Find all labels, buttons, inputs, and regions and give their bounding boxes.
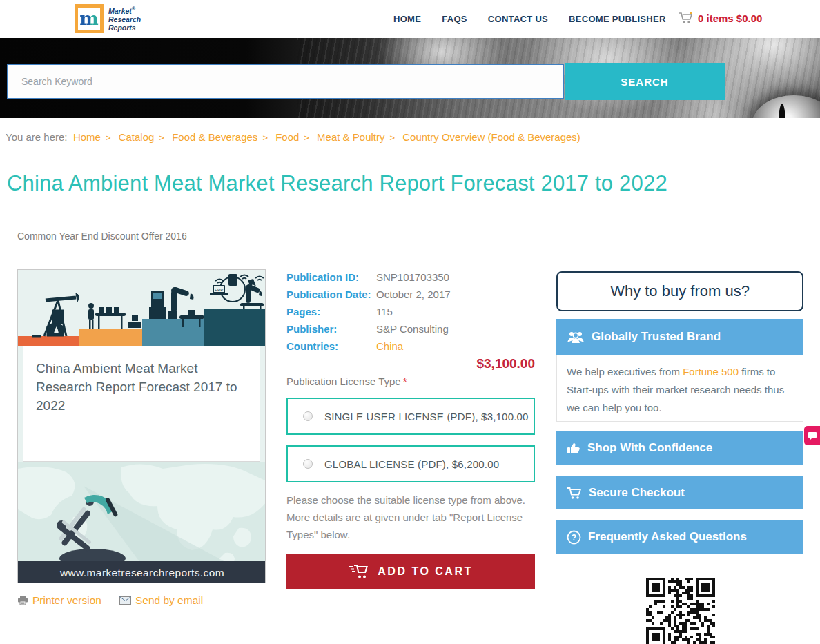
license-option-global[interactable]: GLOBAL LICENSE (PDF), $6,200.00 [286,445,535,482]
detail-label: Pages: [286,306,376,318]
logo-mark-icon: m [75,4,104,33]
detail-label: Publisher: [286,323,376,335]
search-input[interactable] [7,64,564,99]
send-by-email-link[interactable]: Send by email [119,594,203,607]
detail-row-countries: Countries: China [286,340,535,352]
detail-row-pages: Pages: 115 [286,306,535,318]
license-note: Please choose the suitable license type … [286,491,536,543]
nav-faqs[interactable]: FAQS [442,14,467,24]
fortune-500-link[interactable]: Fortune 500 [683,366,739,378]
nav-home[interactable]: HOME [393,14,421,24]
license-type-label: Publication License Type* [286,375,407,387]
breadcrumb-food[interactable]: Food [275,131,299,143]
sidebar-globally-trusted-brand[interactable]: Globally Trusted Brand [556,319,803,355]
why-to-buy-box: Why to buy from us? [556,271,803,311]
cart-count-text: 0 items $0.00 [698,12,762,24]
logo-line2: Research [108,15,141,23]
detail-value: SNP101703350 [376,271,449,283]
title-divider [7,215,814,215]
required-asterisk: * [403,375,407,387]
secure-cart-icon [567,487,582,500]
breadcrumb-separator: > [389,133,395,143]
price: $3,100.00 [286,356,535,371]
qr-code [645,576,716,644]
svg-text:?: ? [572,533,576,543]
trusted-text-before: We help executives from [567,366,683,378]
sidebar-item-label: Globally Trusted Brand [592,330,721,344]
trusted-brand-text: We help executives from Fortune 500 firm… [556,355,803,422]
email-icon [119,596,131,605]
sidebar-shop-with-confidence[interactable]: Shop With Confidence [556,431,803,465]
breadcrumb-separator: > [106,133,111,143]
cover-title-panel: China Ambient Meat Market Research Repor… [23,346,260,462]
cart-status[interactable]: 0 items $0.00 [679,12,762,24]
detail-row-publication-id: Publication ID: SNP101703350 [286,271,535,283]
sidebar-secure-checkout[interactable]: Secure Checkout [556,476,803,509]
printer-icon [17,596,28,605]
question-circle-icon: ? [567,530,581,545]
brand-logo[interactable]: m Market® Research Reports [75,4,141,33]
detail-label: Countries: [286,340,376,352]
page-title: China Ambient Meat Market Research Repor… [7,171,801,196]
detail-value: 115 [376,306,393,318]
logo-line1: Market [108,7,132,15]
chat-widget-tab[interactable] [804,426,820,445]
main-nav: HOME FAQS CONTACT US BECOME PUBLISHER [393,14,666,24]
cover-website-bar: www.marketresearchreports.com [18,561,266,583]
printer-version-link[interactable]: Printer version [17,594,101,607]
add-to-cart-label: ADD TO CART [378,565,472,578]
cart-icon [679,12,694,24]
breadcrumb-separator: > [304,133,309,143]
breadcrumb-prefix: You are here: [6,131,68,143]
logo-wordmark: Market® Research Reports [108,6,141,32]
svg-text:ERP: ERP [215,288,223,292]
nav-contact-us[interactable]: CONTACT US [488,14,548,24]
search-button[interactable]: SEARCH [565,63,725,100]
license-option-single-user[interactable]: SINGLE USER LICENSE (PDF), $3,100.00 [286,398,535,435]
radio-single-user[interactable] [303,411,313,421]
nav-become-publisher[interactable]: BECOME PUBLISHER [569,14,666,24]
discount-offer-text: Common Year End Discount Offer 2016 [17,231,187,242]
breadcrumb: You are here: Home> Catalog> Food & Beve… [6,131,580,143]
page: m Market® Research Reports HOME FAQS CON… [0,0,820,644]
license-option-label: SINGLE USER LICENSE (PDF), $3,100.00 [324,411,529,422]
detail-row-publisher: Publisher: S&P Consulting [286,323,535,335]
breadcrumb-country-overview[interactable]: Country Overview (Food & Beverages) [402,131,580,143]
radio-global[interactable] [303,459,313,469]
cover-title-text: China Ambient Meat Market Research Repor… [36,360,247,416]
detail-value: S&P Consulting [376,323,449,335]
breadcrumb-catalog[interactable]: Catalog [119,131,155,143]
cover-lamp-illustration: www.marketresearchreports.com [18,462,266,583]
registered-mark: ® [132,6,135,11]
license-option-label: GLOBAL LICENSE (PDF), $6,200.00 [324,458,499,470]
quick-links: Printer version Send by email [17,594,203,607]
breadcrumb-separator: > [262,133,268,143]
detail-row-publication-date: Publication Date: October 2, 2017 [286,289,535,300]
license-label-text: Publication License Type [286,375,401,387]
add-to-cart-button[interactable]: ADD TO CART [286,554,535,589]
logo-line3: Reports [108,23,141,32]
publication-details: Publication ID: SNP101703350 Publication… [286,271,535,358]
why-to-buy-label: Why to buy from us? [610,282,750,300]
breadcrumb-home[interactable]: Home [73,131,101,143]
cover-industry-illustration: ERP [18,270,266,346]
thumbs-up-icon [567,441,580,455]
sidebar-item-label: Frequently Asked Questions [588,530,747,544]
sidebar-faq[interactable]: ? Frequently Asked Questions [556,520,803,554]
top-header: m Market® Research Reports HOME FAQS CON… [0,0,820,38]
users-group-icon [567,330,585,344]
report-cover-image: ERP China Ambient Meat Market Research R… [17,269,266,583]
chat-bubble-icon [808,431,817,440]
breadcrumb-food-beverages[interactable]: Food & Beverages [172,131,257,143]
sidebar-item-label: Shop With Confidence [587,441,712,455]
logo-monogram: m [79,10,99,28]
add-to-cart-cart-icon [349,564,369,579]
send-by-email-label: Send by email [135,594,203,607]
breadcrumb-meat-poultry[interactable]: Meat & Poultry [317,131,384,143]
detail-label: Publication ID: [286,271,376,283]
sidebar-item-label: Secure Checkout [589,486,685,500]
detail-label: Publication Date: [286,289,376,300]
breadcrumb-separator: > [159,133,164,143]
printer-version-label: Printer version [32,594,101,607]
country-link[interactable]: China [376,340,403,352]
